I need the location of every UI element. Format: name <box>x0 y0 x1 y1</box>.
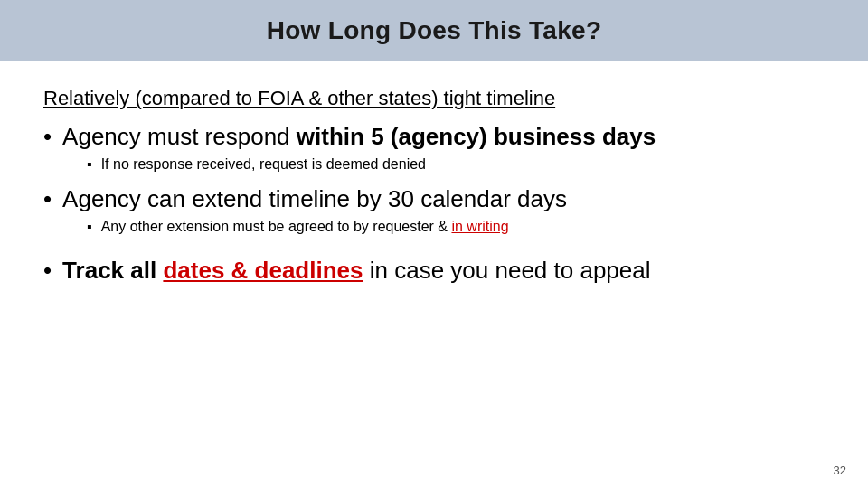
sub-bullet-2-text: Any other extension must be agreed to by… <box>101 219 509 235</box>
bullet-dot-3: • <box>43 258 52 282</box>
sub-bullet-1-text: If no response received, request is deem… <box>101 156 426 173</box>
bullet-dot-2: • <box>43 187 52 211</box>
bullet-1-text: Agency must respond within 5 (agency) bu… <box>62 123 656 151</box>
in-writing-link: in writing <box>451 219 508 234</box>
sub-bullet-marker-1: ▪ <box>87 156 92 173</box>
slide-content: Relatively (compared to FOIA & other sta… <box>43 87 825 470</box>
bullet-1: • Agency must respond within 5 (agency) … <box>43 123 825 151</box>
bullet-2: • Agency can extend timeline by 30 calen… <box>43 185 825 213</box>
dates-deadlines-link: dates & deadlines <box>163 257 363 284</box>
bullet-3-track-all: Track all <box>62 257 163 284</box>
page-number: 32 <box>834 464 846 477</box>
sub-bullet-1: ▪ If no response received, request is de… <box>87 156 825 173</box>
sub-bullet-2: ▪ Any other extension must be agreed to … <box>87 219 825 235</box>
bullet-3-text: Track all dates & deadlines in case you … <box>62 257 650 285</box>
bullet-1-prefix: Agency must respond <box>62 123 297 150</box>
main-point: Relatively (compared to FOIA & other sta… <box>43 87 825 110</box>
bullet-2-text: Agency can extend timeline by 30 calenda… <box>62 185 567 213</box>
spacer <box>43 248 825 257</box>
bullet-3-suffix: in case you need to appeal <box>363 257 651 284</box>
sub-bullet-marker-2: ▪ <box>87 219 92 235</box>
sub-bullet-2-prefix: Any other extension must be agreed to by… <box>101 219 452 234</box>
slide-title: How Long Does This Take? <box>43 16 825 45</box>
title-bar: How Long Does This Take? <box>0 0 868 61</box>
slide: How Long Does This Take? Relatively (com… <box>0 0 868 488</box>
bullet-1-bold: within 5 (agency) business days <box>297 123 656 150</box>
bullet-3: • Track all dates & deadlines in case yo… <box>43 257 825 285</box>
bullet-dot-1: • <box>43 125 52 148</box>
